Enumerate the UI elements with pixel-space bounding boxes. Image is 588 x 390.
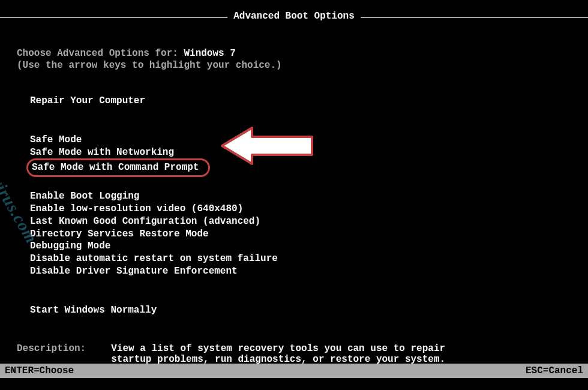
arrow-annotation-icon — [216, 125, 318, 170]
menu-item-no-driver-sig[interactable]: Disable Driver Signature Enforcement — [30, 265, 571, 278]
menu-item-repair[interactable]: Repair Your Computer — [30, 95, 571, 107]
menu-item-last-known[interactable]: Last Known Good Configuration (advanced) — [30, 215, 571, 228]
spacer — [30, 177, 571, 190]
menu-item-boot-log[interactable]: Enable Boot Logging — [30, 190, 571, 203]
description-label: Description: — [17, 343, 86, 365]
menu-item-start-normal[interactable]: Start Windows Normally — [30, 304, 571, 317]
os-name: Windows 7 — [184, 48, 235, 59]
content-area: Choose Advanced Options for: Windows 7 (… — [17, 48, 571, 365]
menu-item-no-auto-restart[interactable]: Disable automatic restart on system fail… — [30, 253, 571, 265]
choose-line: Choose Advanced Options for: Windows 7 — [17, 48, 571, 59]
choose-prefix: Choose Advanced Options for: — [17, 48, 184, 59]
menu-item-debug[interactable]: Debugging Mode — [30, 240, 571, 253]
page-title: Advanced Boot Options — [227, 11, 361, 22]
description-text: View a list of system recovery tools you… — [111, 343, 447, 365]
spacer — [30, 278, 571, 304]
hint-line: (Use the arrow keys to highlight your ch… — [17, 60, 571, 71]
footer-bar: ENTER=Choose ESC=Cancel — [0, 364, 588, 378]
menu-item-ds-restore[interactable]: Directory Services Restore Mode — [30, 228, 571, 241]
footer-esc: ESC=Cancel — [526, 365, 583, 376]
menu-item-safe-mode-cmd[interactable]: Safe Mode with Command Prompt — [26, 158, 210, 177]
footer-enter: ENTER=Choose — [5, 365, 74, 376]
description-row: Description: View a list of system recov… — [17, 343, 571, 365]
menu-item-low-res[interactable]: Enable low-resolution video (640x480) — [30, 203, 571, 215]
